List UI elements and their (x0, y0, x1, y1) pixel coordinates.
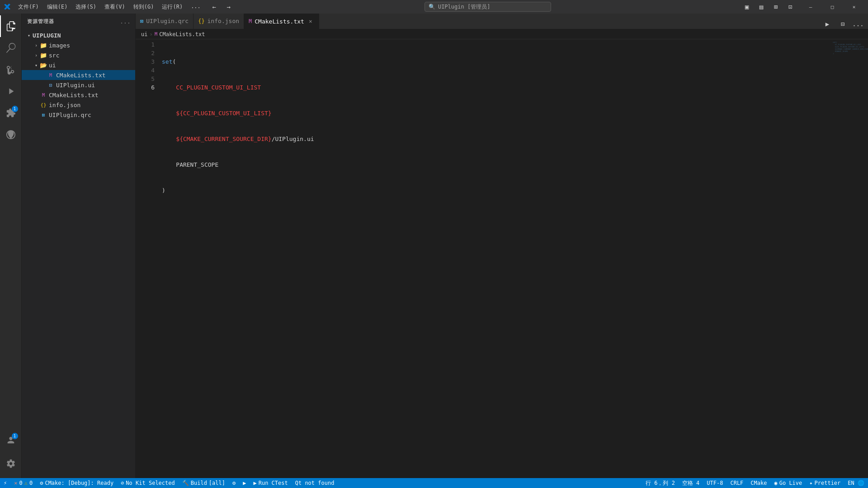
tab-cmake-close-button[interactable]: ✕ (307, 18, 314, 25)
tab-uiplugin-qrc[interactable]: ⊠ UIPlugin.qrc (136, 14, 193, 29)
split-editor-button[interactable]: ⊟ (836, 19, 849, 29)
sidebar-more-button[interactable]: ... (121, 17, 130, 26)
activity-source-control[interactable] (0, 59, 22, 80)
run-ctest-text: Run CTest (259, 480, 288, 486)
status-remote-button[interactable]: ⚡ (0, 478, 10, 488)
run-icon: ▶ (243, 480, 246, 486)
activity-search[interactable] (0, 37, 22, 59)
status-right: 行 6，列 2 空格 4 UTF-8 CRLF CMake ◉ Go Live … (642, 478, 868, 488)
sidebar-toggle-icon[interactable]: ▣ (741, 2, 753, 12)
close-button[interactable]: ✕ (844, 0, 864, 14)
line-num-2: 2 (139, 49, 155, 57)
layout-icon[interactable]: ⊞ (769, 2, 782, 12)
language-text: CMake (750, 480, 767, 486)
images-arrow-icon: › (33, 42, 40, 49)
run-button[interactable]: ▶ (821, 19, 834, 29)
breadcrumb-ui[interactable]: ui (141, 31, 147, 38)
breadcrumb-cmake-icon: M (155, 31, 158, 37)
status-bar: ⚡ ✕ 0 ⚠ 0 ⚙ CMake: [Debug]: Ready ⊘ No K… (0, 478, 868, 488)
build-text: Build (191, 480, 207, 486)
menu-goto[interactable]: 转到(G) (130, 2, 158, 12)
root-collapse-arrow: ▾ (25, 32, 33, 39)
tree-root-uiplugin[interactable]: ▾ UIPLUGIN (22, 30, 135, 40)
activity-run-debug[interactable] (0, 80, 22, 102)
status-settings-button[interactable]: ⚙ (229, 478, 239, 488)
menu-edit[interactable]: 编辑(E) (43, 2, 71, 12)
sidebar-item-cmake-root[interactable]: › M CMakeLists.txt (22, 90, 135, 100)
tab-info-json[interactable]: {} info.json (193, 14, 244, 29)
breadcrumb-cmake[interactable]: CMakeLists.txt (159, 31, 205, 38)
code-editor[interactable]: set( CC_PLUGIN_CUSTOM_UI_LIST ${CC_PLUGI… (158, 39, 832, 478)
error-count: 0 (19, 480, 22, 486)
sidebar-item-uiplugin-qrc[interactable]: › ⊠ UIPlugin.qrc (22, 110, 135, 120)
vscode-logo-icon (4, 3, 11, 10)
tab-json-icon: {} (198, 18, 204, 24)
nav-back-button[interactable]: ← (208, 2, 221, 12)
activity-account[interactable]: 1 (0, 429, 22, 451)
maximize-button[interactable]: □ (822, 0, 843, 14)
menu-bar: 文件(F) 编辑(E) 选择(S) 查看(V) 转到(G) 运行(R) ... (14, 2, 204, 12)
more-actions-button[interactable]: ... (852, 19, 864, 29)
code-line-5: PARENT_SCOPE (162, 160, 832, 169)
activity-extensions[interactable]: 1 (0, 102, 22, 124)
status-no-kit-button[interactable]: ⊘ No Kit Selected (117, 478, 179, 488)
uiplugin-qrc-file-icon: ⊠ (40, 111, 47, 118)
status-prettier-button[interactable]: ✦ Prettier (806, 478, 844, 488)
status-errors-button[interactable]: ✕ 0 ⚠ 0 (10, 478, 36, 488)
status-line-col-button[interactable]: 行 6，列 2 (642, 478, 679, 488)
line-col-text: 行 6，列 2 (646, 479, 675, 487)
status-line-ending-button[interactable]: CRLF (726, 478, 747, 488)
line-numbers: 1 2 3 4 5 6 (136, 39, 158, 478)
activity-settings[interactable] (0, 453, 22, 474)
menu-select[interactable]: 选择(S) (72, 2, 100, 12)
customize-layout-icon[interactable]: ⊡ (784, 2, 797, 12)
minimize-button[interactable]: — (800, 0, 821, 14)
tab-cmake-txt[interactable]: M CMakeLists.txt ✕ (244, 14, 319, 29)
status-cmake-button[interactable]: ⚙ CMake: [Debug]: Ready (36, 478, 117, 488)
cmake-status-icon: ⚙ (40, 480, 43, 486)
status-run-ctest-button[interactable]: ▶ Run CTest (250, 478, 291, 488)
src-arrow-icon: › (33, 52, 40, 59)
menu-more[interactable]: ... (187, 2, 204, 12)
code-line-1: set( (162, 57, 832, 66)
sidebar-item-images[interactable]: › 📁 images (22, 40, 135, 50)
status-qt-button[interactable]: Qt not found (292, 478, 338, 488)
activity-remote[interactable] (0, 124, 22, 145)
main-layout: 1 1 资源管理器 ... ▾ UIPLUGIN (0, 14, 868, 478)
status-encoding-button[interactable]: UTF-8 (703, 478, 726, 488)
error-icon: ✕ (14, 480, 17, 486)
ui-arrow-icon: ▾ (33, 61, 40, 69)
breadcrumb: ui › M CMakeLists.txt (136, 29, 868, 39)
sidebar-item-uiplugin-ui[interactable]: › ⊡ UIPlugin.ui (22, 80, 135, 90)
minimap: set( CC_PLUGIN_CUSTOM_UI_LIST ${CC_PLUGI… (832, 39, 868, 478)
info-json-label: info.json (49, 102, 135, 108)
panel-toggle-icon[interactable]: ▤ (755, 2, 768, 12)
code-line-3: ${CC_PLUGIN_CUSTOM_UI_LIST} (162, 109, 832, 117)
status-language-button[interactable]: CMake (747, 478, 770, 488)
sidebar-item-cmake-ui[interactable]: › M CMakeLists.txt (22, 70, 135, 80)
activity-explorer[interactable] (0, 15, 22, 37)
sidebar-item-info-json[interactable]: › {} info.json (22, 100, 135, 110)
breadcrumb-separator: › (149, 31, 152, 38)
spaces-text: 空格 4 (682, 479, 699, 487)
status-build-button[interactable]: 🔨 Build [all] (179, 478, 229, 488)
token-uiplugin-ui: /UIPlugin.ui (272, 135, 314, 143)
language-region-text: EN 🌐 (848, 480, 864, 486)
menu-view[interactable]: 查看(V) (101, 2, 129, 12)
cmake-ui-label: CMakeLists.txt (56, 72, 135, 79)
editor-area: ⊠ UIPlugin.qrc {} info.json M CMakeLists… (136, 14, 868, 478)
status-run-button[interactable]: ▶ (239, 478, 250, 488)
search-box[interactable]: 🔍 UIPlugin [管理员] (425, 2, 551, 12)
cmake-status-text: CMake: [Debug]: Ready (45, 480, 113, 486)
status-go-live-button[interactable]: ◉ Go Live (770, 478, 806, 488)
menu-run[interactable]: 运行(R) (158, 2, 186, 12)
sidebar-item-src[interactable]: › 📁 src (22, 50, 135, 60)
nav-forward-button[interactable]: → (222, 2, 235, 12)
status-spaces-button[interactable]: 空格 4 (679, 478, 703, 488)
sidebar-title: 资源管理器 (27, 18, 54, 25)
navigation-buttons: ← → (208, 2, 235, 12)
status-language-region-button[interactable]: EN 🌐 (844, 478, 868, 488)
sidebar-item-ui[interactable]: ▾ 📂 ui (22, 60, 135, 70)
menu-file[interactable]: 文件(F) (14, 2, 42, 12)
search-text: UIPlugin [管理员] (438, 3, 490, 11)
